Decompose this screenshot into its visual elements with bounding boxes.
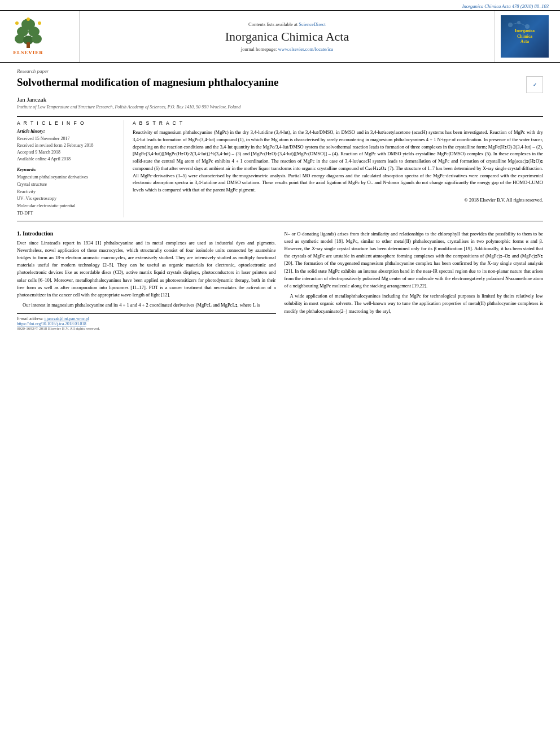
author-affiliation: Institute of Low Temperature and Structu… — [17, 104, 543, 110]
intro-section-title: 1. Introduction — [17, 230, 276, 237]
elsevier-tree-icon — [11, 18, 45, 49]
journal-cover-image: InorganicaChimicaActa — [501, 15, 549, 58]
journal-header: ELSEVIER Contents lists available at Sci… — [0, 10, 560, 63]
footnote-email: E-mail address: j.janczak@int.pan.wroc.p… — [17, 316, 276, 321]
elsevier-logo-section: ELSEVIER — [11, 11, 79, 62]
svg-point-8 — [15, 21, 19, 25]
keyword-2: Crystal structure — [17, 181, 118, 189]
divider-1 — [17, 116, 543, 117]
elsevier-logo: ELSEVIER — [11, 18, 45, 55]
intro-body-text-left: Ever since Linstead's report in 1934 [1]… — [17, 239, 276, 309]
journal-homepage: journal homepage: www.elsevier.com/locat… — [241, 46, 333, 52]
article-title-row: Solvothermal modification of magnesium p… — [17, 76, 543, 93]
received-date: Received 15 November 2017 — [17, 136, 118, 142]
body-col-left: 1. Introduction Ever since Linstead's re… — [17, 230, 276, 331]
keyword-5: Molecular electrostatic potential — [17, 203, 118, 210]
author-name: Jan Janczak — [17, 96, 543, 103]
history-label: Article history: — [17, 129, 118, 134]
abstract-heading: A B S T R A C T — [133, 120, 543, 126]
body-two-col: 1. Introduction Ever since Linstead's re… — [17, 230, 543, 331]
abstract-copyright: © 2018 Elsevier B.V. All rights reserved… — [133, 197, 543, 203]
section-number: 1. — [17, 230, 21, 237]
doi-link[interactable]: https://doi.org/10.1016/j.ica.2018.03.01… — [17, 321, 86, 326]
intro-body-text-right: N– or O-donating ligands) arises from th… — [285, 230, 544, 315]
sciencedirect-label: Contents lists available at — [248, 21, 298, 27]
footnote-email-link[interactable]: j.janczak@int.pan.wroc.pl — [45, 316, 89, 321]
divider-2 — [17, 221, 543, 221]
svg-rect-7 — [27, 42, 30, 48]
sciencedirect-link[interactable]: ScienceDirect — [299, 21, 326, 27]
body-content: 1. Introduction Ever since Linstead's re… — [0, 225, 560, 337]
crossmark-check: ✓ — [533, 82, 537, 88]
cover-decoration-icon — [502, 18, 547, 32]
crossmark-badge: ✓ — [526, 76, 543, 93]
keywords-group: Keywords: Magnesium phthalocyanine deriv… — [17, 167, 118, 217]
abstract-column: A B S T R A C T Reactivity of magnesium … — [133, 120, 543, 217]
article-info-abstract: A R T I C L E I N F O Article history: R… — [0, 120, 560, 217]
journal-main-title: Inorganica Chimica Acta — [225, 29, 349, 44]
article-title: Solvothermal modification of magnesium p… — [17, 76, 520, 89]
intro-para-right-1: N– or O-donating ligands) arises from th… — [285, 230, 544, 290]
article-header: Research paper Solvothermal modification… — [0, 63, 560, 113]
intro-para-right-2: A wide application of metallophthalocyan… — [285, 292, 544, 315]
abstract-text: Reactivity of magnesium phthalocyanine (… — [133, 129, 543, 194]
article-type-label: Research paper — [17, 68, 543, 74]
issn-text: 0020-1693/© 2018 Elsevier B.V. All right… — [17, 326, 276, 331]
keyword-6: TD-DFT — [17, 210, 118, 217]
accepted-date: Accepted 9 March 2018 — [17, 149, 118, 156]
svg-point-9 — [38, 21, 41, 25]
journal-cover-section: InorganicaChimicaActa — [495, 11, 549, 62]
section-title-text: Introduction — [23, 230, 53, 237]
revised-date: Received in revised form 2 February 2018 — [17, 142, 118, 149]
keyword-1: Magnesium phthalocyanine derivatives — [17, 174, 118, 181]
body-col-right: N– or O-donating ligands) arises from th… — [285, 230, 544, 331]
svg-line-15 — [519, 23, 527, 27]
page: Inorganica Chimica Acta 478 (2018) 88–10… — [0, 0, 560, 747]
keywords-label: Keywords: — [17, 167, 118, 172]
keyword-3: Reactivity — [17, 189, 118, 196]
svg-point-10 — [27, 18, 30, 21]
sciencedirect-line: Contents lists available at ScienceDirec… — [248, 21, 326, 27]
keyword-4: UV–Vis spectroscopy — [17, 195, 118, 203]
available-date: Available online 4 April 2018 — [17, 156, 118, 163]
journal-reference: Inorganica Chimica Acta 478 (2018) 88–10… — [462, 3, 549, 9]
svg-point-6 — [32, 34, 42, 43]
footnote-doi: https://doi.org/10.1016/j.ica.2018.03.01… — [17, 321, 276, 326]
article-history-group: Article history: Received 15 November 20… — [17, 129, 118, 163]
footnote-email-label: E-mail address: — [17, 316, 43, 321]
elsevier-text: ELSEVIER — [13, 50, 43, 55]
article-info-column: A R T I C L E I N F O Article history: R… — [17, 120, 124, 217]
footnote-section: E-mail address: j.janczak@int.pan.wroc.p… — [17, 313, 276, 331]
journal-title-section: Contents lists available at ScienceDirec… — [79, 11, 495, 62]
journal-reference-bar: Inorganica Chimica Acta 478 (2018) 88–10… — [0, 0, 560, 10]
intro-para-1: Ever since Linstead's report in 1934 [1]… — [17, 239, 276, 299]
intro-para-2: Our interest in magnesium phthalocyanine… — [17, 302, 276, 309]
homepage-url: www.elsevier.com/locate/ica — [278, 46, 333, 52]
article-info-heading: A R T I C L E I N F O — [17, 120, 118, 126]
homepage-label: journal homepage: — [241, 46, 277, 52]
